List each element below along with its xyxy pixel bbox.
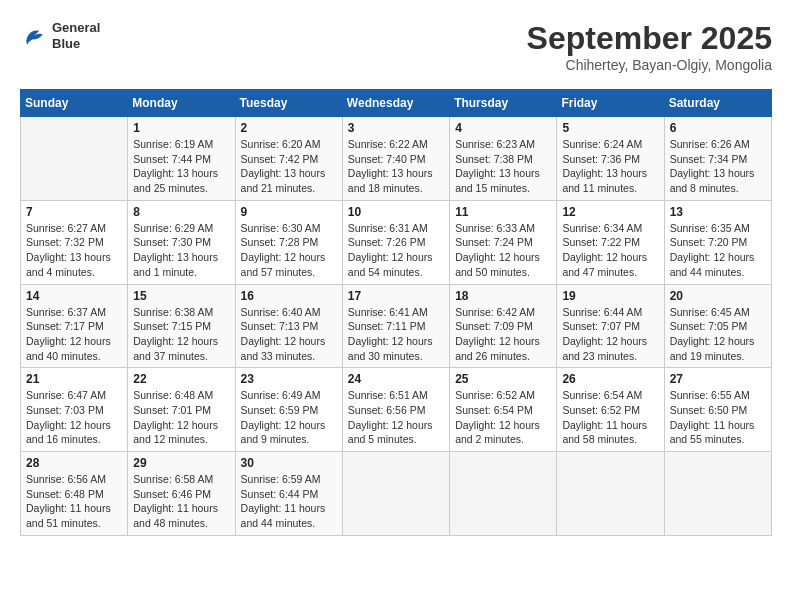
day-info-line: and 12 minutes. (133, 432, 229, 447)
day-info-line: Sunset: 7:34 PM (670, 152, 766, 167)
table-row: 26Sunrise: 6:54 AMSunset: 6:52 PMDayligh… (557, 368, 664, 452)
table-row: 3Sunrise: 6:22 AMSunset: 7:40 PMDaylight… (342, 117, 449, 201)
day-info-line: Sunset: 7:24 PM (455, 235, 551, 250)
day-info-line: Daylight: 12 hours (241, 418, 337, 433)
day-info-line: Daylight: 11 hours (133, 501, 229, 516)
table-row: 24Sunrise: 6:51 AMSunset: 6:56 PMDayligh… (342, 368, 449, 452)
day-info-line: and 15 minutes. (455, 181, 551, 196)
table-row: 5Sunrise: 6:24 AMSunset: 7:36 PMDaylight… (557, 117, 664, 201)
day-info-line: Daylight: 13 hours (348, 166, 444, 181)
table-row: 4Sunrise: 6:23 AMSunset: 7:38 PMDaylight… (450, 117, 557, 201)
day-info-line: and 33 minutes. (241, 349, 337, 364)
day-number: 22 (133, 372, 229, 386)
day-info-line: and 30 minutes. (348, 349, 444, 364)
day-info-line: Daylight: 13 hours (26, 250, 122, 265)
day-info-line: Sunrise: 6:58 AM (133, 472, 229, 487)
calendar-week-row: 28Sunrise: 6:56 AMSunset: 6:48 PMDayligh… (21, 452, 772, 536)
calendar-header-row: Sunday Monday Tuesday Wednesday Thursday… (21, 90, 772, 117)
day-number: 18 (455, 289, 551, 303)
day-info-line: Daylight: 12 hours (562, 334, 658, 349)
table-row (664, 452, 771, 536)
table-row: 14Sunrise: 6:37 AMSunset: 7:17 PMDayligh… (21, 284, 128, 368)
col-monday: Monday (128, 90, 235, 117)
day-info-line: and 40 minutes. (26, 349, 122, 364)
day-info-line: Sunrise: 6:38 AM (133, 305, 229, 320)
day-info-line: Sunrise: 6:23 AM (455, 137, 551, 152)
day-number: 1 (133, 121, 229, 135)
table-row: 2Sunrise: 6:20 AMSunset: 7:42 PMDaylight… (235, 117, 342, 201)
day-number: 23 (241, 372, 337, 386)
table-row: 6Sunrise: 6:26 AMSunset: 7:34 PMDaylight… (664, 117, 771, 201)
col-tuesday: Tuesday (235, 90, 342, 117)
day-number: 21 (26, 372, 122, 386)
day-info-line: Sunrise: 6:52 AM (455, 388, 551, 403)
day-info-line: Daylight: 12 hours (455, 418, 551, 433)
day-number: 11 (455, 205, 551, 219)
logo: General Blue (20, 20, 100, 51)
day-info-line: Daylight: 12 hours (26, 418, 122, 433)
day-info-line: Sunset: 6:46 PM (133, 487, 229, 502)
col-saturday: Saturday (664, 90, 771, 117)
day-info-line: and 2 minutes. (455, 432, 551, 447)
day-info-line: and 25 minutes. (133, 181, 229, 196)
table-row: 21Sunrise: 6:47 AMSunset: 7:03 PMDayligh… (21, 368, 128, 452)
day-info-line: Daylight: 12 hours (348, 418, 444, 433)
day-info-line: Sunset: 7:28 PM (241, 235, 337, 250)
day-number: 12 (562, 205, 658, 219)
title-block: September 2025 Chihertey, Bayan-Olgiy, M… (527, 20, 772, 73)
calendar-week-row: 7Sunrise: 6:27 AMSunset: 7:32 PMDaylight… (21, 200, 772, 284)
day-info-line: and 57 minutes. (241, 265, 337, 280)
day-info-line: Daylight: 12 hours (562, 250, 658, 265)
table-row: 20Sunrise: 6:45 AMSunset: 7:05 PMDayligh… (664, 284, 771, 368)
day-number: 29 (133, 456, 229, 470)
day-info-line: Sunset: 7:01 PM (133, 403, 229, 418)
table-row: 23Sunrise: 6:49 AMSunset: 6:59 PMDayligh… (235, 368, 342, 452)
day-info-line: and 5 minutes. (348, 432, 444, 447)
day-info-line: Daylight: 12 hours (133, 418, 229, 433)
table-row (21, 117, 128, 201)
table-row: 22Sunrise: 6:48 AMSunset: 7:01 PMDayligh… (128, 368, 235, 452)
day-number: 10 (348, 205, 444, 219)
day-info-line: Daylight: 12 hours (348, 334, 444, 349)
day-info-line: Sunrise: 6:41 AM (348, 305, 444, 320)
table-row: 29Sunrise: 6:58 AMSunset: 6:46 PMDayligh… (128, 452, 235, 536)
table-row: 12Sunrise: 6:34 AMSunset: 7:22 PMDayligh… (557, 200, 664, 284)
table-row: 8Sunrise: 6:29 AMSunset: 7:30 PMDaylight… (128, 200, 235, 284)
day-info-line: and 54 minutes. (348, 265, 444, 280)
day-info-line: Daylight: 12 hours (241, 334, 337, 349)
day-info-line: Sunrise: 6:45 AM (670, 305, 766, 320)
day-info-line: Sunrise: 6:20 AM (241, 137, 337, 152)
table-row: 11Sunrise: 6:33 AMSunset: 7:24 PMDayligh… (450, 200, 557, 284)
day-info-line: and 23 minutes. (562, 349, 658, 364)
day-info-line: Daylight: 12 hours (455, 250, 551, 265)
day-info-line: Sunset: 7:22 PM (562, 235, 658, 250)
day-number: 14 (26, 289, 122, 303)
day-info-line: Daylight: 13 hours (133, 166, 229, 181)
table-row: 10Sunrise: 6:31 AMSunset: 7:26 PMDayligh… (342, 200, 449, 284)
day-info-line: and 55 minutes. (670, 432, 766, 447)
day-info-line: and 16 minutes. (26, 432, 122, 447)
month-year-title: September 2025 (527, 20, 772, 57)
day-number: 3 (348, 121, 444, 135)
day-number: 24 (348, 372, 444, 386)
calendar-week-row: 14Sunrise: 6:37 AMSunset: 7:17 PMDayligh… (21, 284, 772, 368)
day-info-line: Sunrise: 6:37 AM (26, 305, 122, 320)
day-info-line: Sunset: 7:09 PM (455, 319, 551, 334)
day-info-line: Sunset: 7:17 PM (26, 319, 122, 334)
day-info-line: Sunrise: 6:19 AM (133, 137, 229, 152)
day-number: 27 (670, 372, 766, 386)
day-info-line: Sunset: 6:54 PM (455, 403, 551, 418)
day-info-line: and 58 minutes. (562, 432, 658, 447)
day-info-line: Sunset: 7:26 PM (348, 235, 444, 250)
day-info-line: Sunrise: 6:27 AM (26, 221, 122, 236)
day-info-line: and 21 minutes. (241, 181, 337, 196)
day-info-line: and 37 minutes. (133, 349, 229, 364)
day-number: 20 (670, 289, 766, 303)
day-info-line: Sunset: 6:59 PM (241, 403, 337, 418)
logo-text: General Blue (52, 20, 100, 51)
day-info-line: Sunset: 7:30 PM (133, 235, 229, 250)
table-row: 16Sunrise: 6:40 AMSunset: 7:13 PMDayligh… (235, 284, 342, 368)
day-info-line: Daylight: 12 hours (133, 334, 229, 349)
day-info-line: and 44 minutes. (241, 516, 337, 531)
day-number: 7 (26, 205, 122, 219)
